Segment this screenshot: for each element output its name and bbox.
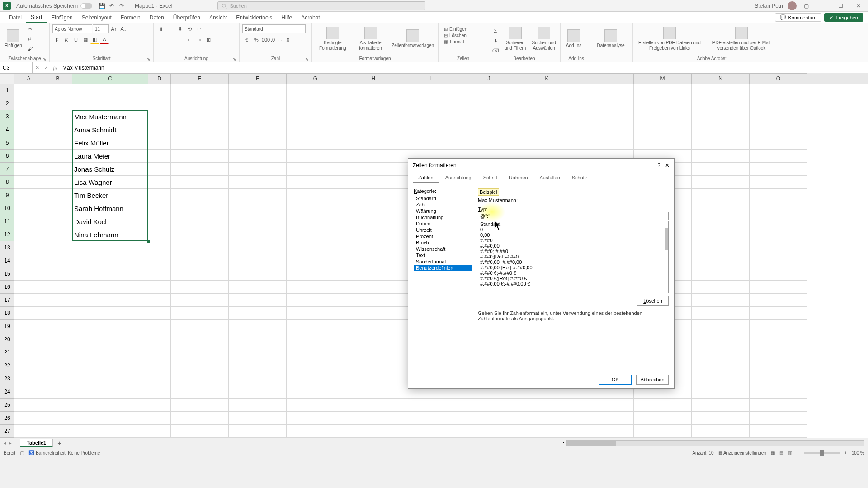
format-item[interactable]: #.##0 €;[Rot]-#.##0 € bbox=[478, 276, 668, 281]
cell-M25[interactable] bbox=[634, 399, 692, 412]
pdf-email-button[interactable]: PDF erstellen und per E-Mail versenden ü… bbox=[705, 24, 778, 53]
view-page-icon[interactable]: ▤ bbox=[779, 450, 783, 455]
cell-N18[interactable] bbox=[692, 307, 750, 320]
cell-E27[interactable] bbox=[171, 425, 229, 438]
cell-styles-button[interactable]: Zellenformatvorlagen bbox=[390, 24, 435, 53]
cell-B16[interactable] bbox=[43, 281, 72, 294]
redo-icon[interactable]: ↷ bbox=[118, 2, 126, 10]
fx-icon[interactable]: fx bbox=[51, 62, 60, 73]
cell-A9[interactable] bbox=[14, 189, 43, 202]
cell-D26[interactable] bbox=[148, 412, 171, 425]
cell-G18[interactable] bbox=[287, 307, 344, 320]
cell-E20[interactable] bbox=[171, 333, 229, 346]
cell-C18[interactable] bbox=[72, 307, 148, 320]
cell-G4[interactable] bbox=[287, 123, 344, 136]
format-cells-button[interactable]: ▦Format bbox=[441, 39, 470, 45]
cell-B20[interactable] bbox=[43, 333, 72, 346]
cell-D24[interactable] bbox=[148, 385, 171, 399]
cell-J27[interactable] bbox=[460, 425, 518, 438]
col-header-A[interactable]: A bbox=[14, 73, 43, 84]
row-header-15[interactable]: 15 bbox=[0, 267, 14, 281]
search-box[interactable]: Suchen bbox=[217, 1, 425, 10]
cell-H13[interactable] bbox=[344, 241, 402, 254]
cell-C11[interactable]: David Koch bbox=[72, 215, 148, 228]
cell-F14[interactable] bbox=[229, 254, 287, 267]
cell-G21[interactable] bbox=[287, 346, 344, 359]
cell-F21[interactable] bbox=[229, 346, 287, 359]
cell-O23[interactable] bbox=[750, 372, 807, 385]
cell-H20[interactable] bbox=[344, 333, 402, 346]
cell-O15[interactable] bbox=[750, 267, 807, 281]
italic-button[interactable]: K bbox=[62, 35, 71, 44]
format-item[interactable]: #.##0,00 €;-#.##0,00 € bbox=[478, 281, 668, 286]
font-size-dropdown[interactable]: 11 bbox=[93, 24, 109, 33]
cell-D23[interactable] bbox=[148, 372, 171, 385]
cell-F12[interactable] bbox=[229, 228, 287, 241]
row-header-9[interactable]: 9 bbox=[0, 189, 14, 202]
cell-F15[interactable] bbox=[229, 267, 287, 281]
cell-A20[interactable] bbox=[14, 333, 43, 346]
row-header-22[interactable]: 22 bbox=[0, 359, 14, 372]
cell-C13[interactable] bbox=[72, 241, 148, 254]
cell-D13[interactable] bbox=[148, 241, 171, 254]
cell-G24[interactable] bbox=[287, 385, 344, 399]
cell-E8[interactable] bbox=[171, 176, 229, 189]
cell-E15[interactable] bbox=[171, 267, 229, 281]
format-item[interactable]: #.##0,00 bbox=[478, 243, 668, 249]
tab-layout[interactable]: Seitenlayout bbox=[77, 12, 116, 23]
cell-O27[interactable] bbox=[750, 425, 807, 438]
col-header-E[interactable]: E bbox=[171, 73, 229, 84]
format-item[interactable]: #.##0 €;-#.##0 € bbox=[478, 270, 668, 276]
cell-A11[interactable] bbox=[14, 215, 43, 228]
fill-icon[interactable]: ⬇ bbox=[491, 36, 500, 45]
sheet-prev-icon[interactable]: ◂ bbox=[4, 440, 6, 446]
cell-O13[interactable] bbox=[750, 241, 807, 254]
align-left-icon[interactable]: ≡ bbox=[156, 35, 165, 44]
cell-C27[interactable] bbox=[72, 425, 148, 438]
cell-E23[interactable] bbox=[171, 372, 229, 385]
cell-G12[interactable] bbox=[287, 228, 344, 241]
col-header-J[interactable]: J bbox=[460, 73, 518, 84]
row-header-7[interactable]: 7 bbox=[0, 163, 14, 176]
col-header-N[interactable]: N bbox=[692, 73, 750, 84]
shrink-font-icon[interactable]: A↓ bbox=[119, 24, 128, 33]
cell-C23[interactable] bbox=[72, 372, 148, 385]
cell-A10[interactable] bbox=[14, 202, 43, 215]
cell-F9[interactable] bbox=[229, 189, 287, 202]
cell-F25[interactable] bbox=[229, 399, 287, 412]
cell-G7[interactable] bbox=[287, 163, 344, 176]
toggle-off-icon[interactable] bbox=[80, 3, 92, 9]
cell-D14[interactable] bbox=[148, 254, 171, 267]
cell-F13[interactable] bbox=[229, 241, 287, 254]
cell-A26[interactable] bbox=[14, 412, 43, 425]
cell-H8[interactable] bbox=[344, 176, 402, 189]
cell-B3[interactable] bbox=[43, 110, 72, 123]
cell-H25[interactable] bbox=[344, 399, 402, 412]
cell-D16[interactable] bbox=[148, 281, 171, 294]
name-box[interactable] bbox=[0, 62, 33, 73]
cell-N4[interactable] bbox=[692, 123, 750, 136]
cell-H7[interactable] bbox=[344, 163, 402, 176]
cell-G8[interactable] bbox=[287, 176, 344, 189]
maximize-button[interactable]: ☐ bbox=[834, 1, 847, 10]
currency-icon[interactable]: € bbox=[242, 35, 251, 44]
type-input[interactable] bbox=[478, 212, 669, 220]
cell-L27[interactable] bbox=[576, 425, 634, 438]
cell-G17[interactable] bbox=[287, 294, 344, 307]
cell-G5[interactable] bbox=[287, 136, 344, 150]
font-name-dropdown[interactable]: Aptos Narrow bbox=[52, 24, 92, 33]
category-item[interactable]: Sonderformat bbox=[414, 258, 472, 265]
cell-O1[interactable] bbox=[750, 84, 807, 97]
cell-A1[interactable] bbox=[14, 84, 43, 97]
row-header-6[interactable]: 6 bbox=[0, 150, 14, 163]
cell-E2[interactable] bbox=[171, 97, 229, 110]
clipboard-launcher-icon[interactable]: ⬊ bbox=[43, 57, 47, 61]
format-listbox[interactable]: Standard00,00#.##0#.##0,00#.##0;-#.##0#.… bbox=[478, 221, 669, 293]
ok-button[interactable]: OK bbox=[599, 375, 632, 385]
formula-input[interactable] bbox=[60, 62, 868, 73]
find-select-button[interactable]: Suchen und Auswählen bbox=[531, 24, 558, 53]
cell-A22[interactable] bbox=[14, 359, 43, 372]
cell-O4[interactable] bbox=[750, 123, 807, 136]
cell-G15[interactable] bbox=[287, 267, 344, 281]
cell-M4[interactable] bbox=[634, 123, 692, 136]
